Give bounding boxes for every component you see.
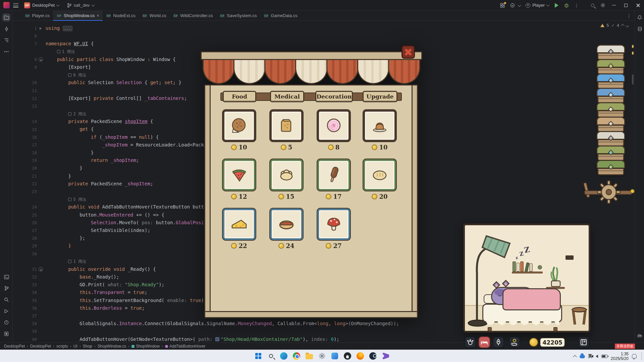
tab-close-icon[interactable]: × <box>97 13 99 18</box>
shop-tab-food[interactable]: Food <box>223 91 256 102</box>
editor-gutter[interactable]: 10 <box>13 80 46 85</box>
line-number[interactable]: 39 <box>32 329 37 334</box>
vcs-branch-widget[interactable]: salt_dev <box>65 2 96 9</box>
line-number[interactable]: 34 <box>32 290 37 295</box>
editor-gutter[interactable] <box>13 50 46 54</box>
editor-gutter[interactable]: 19 <box>13 158 46 163</box>
tab-world-cs[interactable]: C#World.cs <box>139 11 170 20</box>
tab-gamedata-cs[interactable]: C#GameData.cs <box>260 11 301 20</box>
scrollbar-mark[interactable] <box>632 45 634 48</box>
line-number[interactable]: 11 <box>32 88 37 93</box>
taskbar-visual-studio[interactable] <box>381 352 390 360</box>
chest[interactable] <box>596 102 625 118</box>
override-marker-icon[interactable] <box>39 267 43 272</box>
editor-gutter[interactable]: 22 <box>13 181 46 186</box>
run-button[interactable] <box>551 1 561 10</box>
line-number[interactable]: 9 <box>34 65 37 70</box>
editor-gutter[interactable]: 26 <box>13 220 46 225</box>
show-desktop-button[interactable] <box>641 352 642 360</box>
editor-gutter[interactable]: 23 <box>13 189 46 194</box>
shop-tab-decoration[interactable]: Decoration <box>315 91 353 102</box>
structure-toolwindow-icon[interactable] <box>2 36 10 44</box>
next-problem-icon[interactable] <box>626 24 629 27</box>
chest[interactable] <box>596 117 625 133</box>
battery-icon[interactable] <box>601 355 607 358</box>
taskbar-photos[interactable] <box>330 352 339 360</box>
line-number[interactable]: 25 <box>32 213 37 218</box>
notification-bell-icon[interactable] <box>632 354 637 358</box>
chevron-down-icon[interactable] <box>518 4 521 7</box>
scrollbar-thumb[interactable] <box>632 74 634 84</box>
line-number[interactable]: 35 <box>32 298 37 303</box>
travel-button[interactable] <box>493 337 504 348</box>
tab-shopwindow-cs[interactable]: C#ShopWindow.cs× <box>53 11 103 20</box>
editor-gutter[interactable] <box>13 197 46 201</box>
editor-gutter[interactable]: 21 <box>13 174 46 179</box>
editor-gutter[interactable]: 38 <box>13 321 46 326</box>
shop-close-button[interactable] <box>401 45 415 59</box>
notifications-icon[interactable] <box>636 13 644 21</box>
debug-button[interactable] <box>561 1 572 10</box>
line-number[interactable]: 40 <box>32 337 37 342</box>
line-number[interactable]: 29 <box>32 243 37 248</box>
inspection-widget[interactable]: 5 ✓ 4 <box>598 22 631 28</box>
line-number[interactable]: 38 <box>32 321 37 326</box>
terminal-toolwindow-icon[interactable] <box>2 273 10 281</box>
settings-gear-icon[interactable] <box>598 1 608 10</box>
editor-gutter[interactable]: 39 <box>13 329 46 334</box>
line-number[interactable]: 17 <box>32 142 37 147</box>
shop-item-cookie[interactable] <box>223 110 256 141</box>
breadcrumb[interactable]: scripts <box>56 344 68 349</box>
commit-toolwindow-icon[interactable] <box>2 25 10 33</box>
line-number[interactable]: 24 <box>32 204 37 209</box>
editor-gutter[interactable]: 29 <box>13 243 46 248</box>
line-number[interactable]: 21 <box>32 174 37 179</box>
editor-gutter[interactable]: 35 <box>13 298 46 303</box>
shop-item-dumpling[interactable] <box>270 159 303 191</box>
onedrive-icon[interactable] <box>580 355 585 358</box>
tab-options-icon[interactable]: ⋮ <box>627 13 631 18</box>
editor-gutter[interactable]: 17 <box>13 142 46 147</box>
line-number[interactable]: 14 <box>32 119 37 124</box>
run-config-widget[interactable]: Player <box>523 2 551 9</box>
taskbar-edge[interactable] <box>279 352 288 360</box>
editor-gutter[interactable]: 15 <box>13 127 46 132</box>
fold-icon[interactable] <box>40 27 42 30</box>
editor-gutter[interactable]: 30 <box>13 251 46 256</box>
editor-gutter[interactable] <box>13 259 46 264</box>
line-number[interactable]: 37 <box>32 313 37 318</box>
editor-gutter[interactable]: 37 <box>13 313 46 318</box>
more-toolwindows-icon[interactable] <box>2 48 10 56</box>
main-menu-icon[interactable] <box>13 3 18 7</box>
taskbar-chrome[interactable] <box>292 352 301 360</box>
project-toolwindow-icon[interactable] <box>2 13 10 21</box>
taskbar-file-explorer[interactable] <box>305 352 314 360</box>
editor-gutter[interactable]: 8 <box>13 57 46 62</box>
line-number[interactable]: 20 <box>32 166 37 171</box>
gear-contraption[interactable] <box>584 179 635 213</box>
line-number[interactable]: 6 <box>34 34 37 39</box>
line-number[interactable]: 31 <box>32 267 37 272</box>
line-number[interactable]: 18 <box>32 150 37 155</box>
taskbar-settings[interactable] <box>318 352 326 360</box>
editor-gutter[interactable]: 24 <box>13 204 46 209</box>
breadcrumb[interactable]: Shop <box>83 344 92 349</box>
editor-gutter[interactable]: 16 <box>13 135 46 140</box>
chest[interactable] <box>596 145 625 162</box>
shop-item-snack-bag[interactable] <box>270 110 303 141</box>
git-toolwindow-icon[interactable] <box>2 284 10 292</box>
code-line[interactable]: 6 <box>13 32 635 40</box>
editor-gutter[interactable] <box>13 73 46 77</box>
editor-gutter[interactable]: 7 <box>13 41 46 46</box>
editor-gutter[interactable]: 33 <box>13 282 46 287</box>
plugins-icon[interactable] <box>497 1 507 10</box>
shop-item-hotdog[interactable] <box>270 208 303 240</box>
override-marker-icon[interactable] <box>39 57 43 62</box>
line-number[interactable]: 32 <box>32 275 37 280</box>
line-number[interactable]: 16 <box>32 135 37 140</box>
interact-button[interactable] <box>465 337 476 348</box>
run-toolwindow-icon[interactable] <box>2 307 10 315</box>
scrollbar-mark[interactable] <box>632 52 634 55</box>
taskbar-search-button[interactable] <box>267 352 275 360</box>
editor-gutter[interactable]: 27 <box>13 228 46 233</box>
